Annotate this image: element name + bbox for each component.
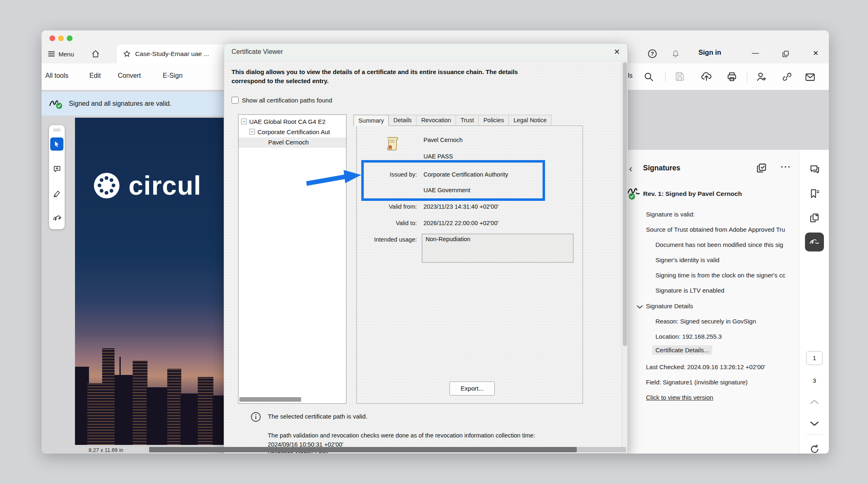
restore-button[interactable] bbox=[781, 50, 790, 58]
sign-in-button[interactable]: Sign in bbox=[693, 49, 727, 56]
valid-from-value: 2023/11/23 14:31:40 +02'00' bbox=[423, 203, 498, 210]
panel-options-icon[interactable]: ··· bbox=[781, 162, 791, 172]
signature-status-item: Signer's identity is valid bbox=[655, 256, 719, 263]
page-thumbnails-icon[interactable] bbox=[809, 212, 820, 223]
save-icon[interactable] bbox=[674, 71, 685, 82]
page-size-label: 8.27 x 11.69 in bbox=[89, 447, 123, 453]
dialog-description-line1: This dialog allows you to view the detai… bbox=[232, 67, 518, 77]
revision-title[interactable]: Rev. 1: Signed by Pavel Cernoch bbox=[643, 190, 742, 198]
details-chevron-down-icon[interactable] bbox=[636, 304, 643, 309]
signature-reason: Reason: Signed securely in GovSign bbox=[655, 318, 756, 325]
tab-policies[interactable]: Policies bbox=[478, 115, 509, 126]
previous-page-chevron-icon[interactable] bbox=[809, 398, 820, 406]
rotate-page-icon[interactable] bbox=[809, 444, 820, 454]
dialog-titlebar: Certificate Viewer ✕ bbox=[224, 44, 627, 61]
path-valid-status: The selected certificate path is valid. bbox=[268, 413, 367, 420]
tree-item-root[interactable]: − UAE Global Root CA G4 E2 bbox=[239, 117, 346, 127]
certificate-details-button[interactable]: Certificate Details... bbox=[652, 347, 712, 354]
info-icon bbox=[250, 412, 261, 422]
last-checked: Last Checked: 2024.09.16 13:26:12 +02'00… bbox=[646, 363, 765, 370]
intended-usage-value: Non-Repudiation bbox=[426, 236, 470, 242]
menu-convert[interactable]: Convert bbox=[118, 72, 141, 79]
dialog-tabs: Summary Details Revocation Trust Policie… bbox=[354, 115, 552, 126]
tab-legal-notice[interactable]: Legal Notice bbox=[508, 115, 552, 126]
view-version-link[interactable]: Click to view this version bbox=[646, 394, 713, 401]
close-button[interactable]: ✕ bbox=[813, 49, 819, 58]
request-signature-icon[interactable] bbox=[756, 71, 767, 82]
validate-all-icon[interactable] bbox=[756, 162, 767, 174]
quick-tools-palette bbox=[49, 125, 65, 229]
collapse-panel-chevron-icon[interactable]: ‹ bbox=[629, 163, 632, 175]
email-icon[interactable] bbox=[805, 72, 816, 83]
tree-collapse-icon[interactable]: − bbox=[241, 119, 247, 124]
tab-summary[interactable]: Summary bbox=[353, 115, 389, 126]
cloud-upload-icon[interactable] bbox=[701, 71, 712, 82]
drag-handle[interactable] bbox=[53, 129, 61, 130]
signature-details-header[interactable]: Signature Details bbox=[646, 302, 693, 309]
fill-sign-tool-selected[interactable] bbox=[805, 233, 824, 251]
tree-horizontal-scrollbar[interactable] bbox=[239, 397, 301, 402]
horizontal-scrollbar-thumb[interactable] bbox=[149, 447, 577, 452]
revision-signature-icon bbox=[627, 186, 643, 200]
subject-org: UAE PASS bbox=[423, 153, 453, 160]
revocation-info-line1: The path validation and revocation check… bbox=[268, 431, 535, 440]
tree-item-leaf-selected[interactable]: Pavel Cernoch bbox=[239, 137, 346, 148]
minimize-button[interactable]: — bbox=[752, 49, 759, 57]
help-icon[interactable]: ? bbox=[647, 49, 657, 59]
rail-divider bbox=[806, 434, 823, 435]
signature-location: Location: 192.168.255.3 bbox=[655, 333, 722, 340]
signatures-panel: ‹ Signatures ··· Rev. 1: Signed by Pavel… bbox=[625, 150, 799, 454]
show-paths-checkbox[interactable] bbox=[232, 97, 239, 104]
scrollbar-thumb[interactable] bbox=[623, 62, 627, 346]
menu-all-tools[interactable]: All tools bbox=[45, 72, 68, 79]
dialog-description-line2: correspond to the selected entry. bbox=[232, 77, 329, 86]
draw-tool-button[interactable] bbox=[50, 212, 63, 225]
tab-revocation[interactable]: Revocation bbox=[416, 115, 456, 126]
annotation-arrow-icon bbox=[303, 167, 363, 187]
notifications-bell-icon[interactable] bbox=[671, 49, 681, 58]
print-icon[interactable] bbox=[726, 71, 737, 82]
export-button[interactable]: Export... bbox=[449, 382, 495, 396]
drag-handle[interactable] bbox=[53, 130, 61, 131]
link-icon[interactable] bbox=[781, 71, 793, 82]
traffic-light-zoom-icon[interactable] bbox=[67, 35, 73, 41]
certificate-icon bbox=[386, 136, 399, 151]
intended-usage-label: Intended usage: bbox=[363, 236, 417, 243]
signature-valid-banner: Signed and all signatures are valid. bbox=[42, 92, 240, 116]
right-tool-rail: 1 3 1:1 bbox=[799, 150, 829, 454]
tree-collapse-icon[interactable]: − bbox=[249, 129, 255, 135]
dialog-close-icon[interactable]: ✕ bbox=[614, 47, 620, 56]
issued-by-label: Issued by: bbox=[363, 171, 417, 178]
signature-valid-icon bbox=[49, 98, 63, 109]
dialog-vertical-scrollbar[interactable] bbox=[622, 61, 627, 454]
tree-item-intermediate[interactable]: − Corporate Certification Aut bbox=[239, 127, 346, 137]
comments-icon[interactable] bbox=[809, 164, 820, 175]
menu-esign[interactable]: E-Sign bbox=[163, 72, 182, 79]
menu-button[interactable]: Menu bbox=[46, 48, 77, 60]
document-tab[interactable]: Case-Study-Emaar uae ... ✕ bbox=[117, 44, 239, 63]
tab-details[interactable]: Details bbox=[388, 115, 416, 126]
highlight-tool-button[interactable] bbox=[50, 187, 63, 200]
signature-status-item: Source of Trust obtained from Adobe Appr… bbox=[646, 226, 785, 233]
bookmarks-icon[interactable] bbox=[809, 188, 820, 199]
signatures-panel-title: Signatures bbox=[643, 164, 680, 172]
valid-to-label: Valid to: bbox=[363, 220, 417, 226]
traffic-light-minimize-icon[interactable] bbox=[58, 35, 64, 41]
hamburger-icon bbox=[48, 50, 55, 58]
signature-status-item: Signature is LTV enabled bbox=[655, 287, 724, 294]
select-tool-button[interactable] bbox=[50, 137, 63, 151]
menu-label: Menu bbox=[58, 51, 74, 58]
traffic-light-close-icon[interactable] bbox=[49, 35, 55, 41]
tab-trust[interactable]: Trust bbox=[456, 115, 479, 126]
search-icon[interactable] bbox=[643, 71, 654, 82]
subject-name: Pavel Cernoch bbox=[423, 137, 463, 143]
current-page-input[interactable]: 1 bbox=[806, 351, 823, 365]
horizontal-scrollbar[interactable] bbox=[149, 447, 626, 452]
next-page-chevron-icon[interactable] bbox=[809, 420, 820, 427]
issuer-highlight-rectangle bbox=[361, 160, 545, 201]
star-icon bbox=[123, 50, 131, 58]
home-icon[interactable] bbox=[91, 49, 100, 58]
draw-icon bbox=[52, 214, 61, 223]
menu-edit[interactable]: Edit bbox=[89, 72, 101, 79]
add-comment-tool-button[interactable] bbox=[50, 162, 63, 175]
